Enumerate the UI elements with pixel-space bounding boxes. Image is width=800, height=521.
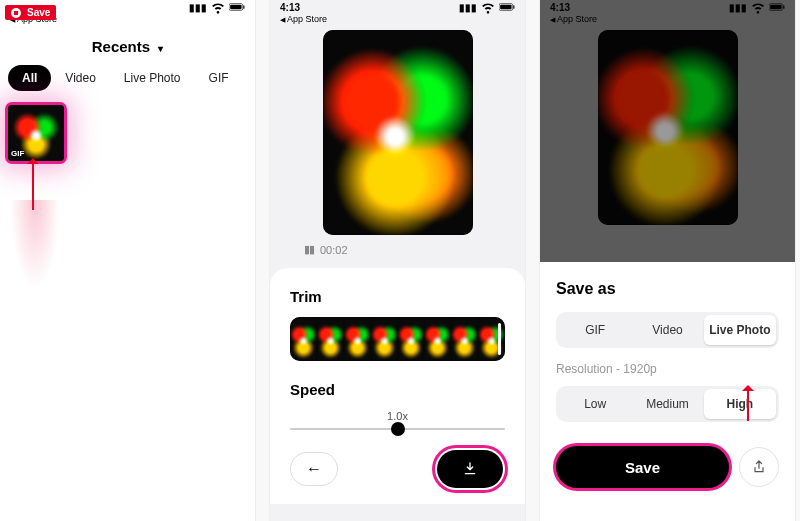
annotation-highlight (435, 448, 505, 490)
status-time: 4:13 (550, 2, 570, 13)
speed-title: Speed (290, 381, 505, 398)
pinterest-save-badge[interactable]: Save (5, 5, 56, 20)
format-live-photo[interactable]: Live Photo (704, 315, 776, 345)
preview-image (323, 30, 473, 235)
svg-rect-7 (770, 4, 781, 9)
screen-editor: 4:13 ▮▮▮ App Store ▮▮ 00:02 Trim (270, 0, 525, 521)
format-gif[interactable]: GIF (559, 315, 631, 345)
signal-icon: ▮▮▮ (729, 2, 747, 13)
app-back-link[interactable]: App Store (540, 14, 795, 24)
trim-slider[interactable] (290, 317, 505, 361)
screen-gallery: Save ▮▮▮ App Store Recents ▾ All Video L… (0, 0, 255, 521)
back-button[interactable]: ← (290, 452, 338, 486)
video-preview-dimmed (598, 30, 738, 225)
share-button[interactable] (739, 447, 779, 487)
quality-high[interactable]: High (704, 389, 776, 419)
tab-video[interactable]: Video (51, 65, 109, 91)
chevron-down-icon: ▾ (158, 43, 163, 54)
playback-time: 00:02 (320, 244, 348, 256)
playback-controls: ▮▮ 00:02 (270, 235, 525, 264)
speed-slider[interactable] (290, 428, 505, 430)
save-row: Save (556, 446, 779, 488)
quality-medium[interactable]: Medium (631, 389, 703, 419)
speed-value: 1.0x (290, 410, 505, 422)
tab-gif[interactable]: GIF (195, 65, 243, 91)
tab-all[interactable]: All (8, 65, 51, 91)
pause-icon[interactable]: ▮▮ (304, 243, 314, 256)
tab-live-photo[interactable]: Live Photo (110, 65, 195, 91)
status-time: 4:13 (280, 2, 300, 13)
battery-icon (229, 0, 245, 17)
download-icon (462, 461, 478, 477)
signal-icon: ▮▮▮ (189, 2, 207, 13)
preview-image (598, 30, 738, 225)
slider-thumb[interactable] (391, 422, 405, 436)
svg-rect-2 (243, 5, 244, 8)
wifi-icon (480, 0, 496, 17)
svg-rect-5 (513, 5, 514, 8)
svg-rect-4 (500, 4, 511, 9)
annotation-arrow (747, 387, 749, 421)
status-right: ▮▮▮ (459, 0, 515, 17)
save-button[interactable]: Save (556, 446, 729, 488)
save-sheet: Save as GIF Video Live Photo Resolution … (540, 262, 795, 521)
resolution-label: Resolution - 1920p (556, 362, 779, 376)
screen-save-sheet: 4:13 ▮▮▮ App Store Save as GIF Video Liv… (540, 0, 795, 521)
video-preview[interactable] (323, 30, 473, 235)
status-right: ▮▮▮ (189, 0, 245, 17)
svg-rect-1 (230, 4, 241, 9)
album-title: Recents (92, 38, 150, 55)
share-icon (751, 459, 767, 475)
annotation-glow (10, 200, 60, 290)
trim-title: Trim (290, 288, 505, 305)
wifi-icon (210, 0, 226, 17)
arrow-left-icon: ← (306, 460, 322, 478)
thumbnail-format-label: GIF (11, 149, 24, 158)
quality-segmented-control: Low Medium High (556, 386, 779, 422)
battery-icon (499, 0, 515, 17)
speed-section: Speed 1.0x (290, 381, 505, 430)
edit-panel: Trim Speed 1.0x ← (270, 268, 525, 504)
status-bar: 4:13 ▮▮▮ (270, 0, 525, 14)
save-badge-label: Save (27, 7, 50, 18)
action-row: ← (290, 448, 505, 490)
album-picker[interactable]: Recents ▾ (0, 24, 255, 61)
status-bar: 4:13 ▮▮▮ (540, 0, 795, 14)
save-button-label: Save (625, 459, 660, 476)
svg-rect-8 (783, 5, 784, 8)
signal-icon: ▮▮▮ (459, 2, 477, 13)
sheet-title: Save as (556, 280, 779, 298)
download-button[interactable] (437, 450, 503, 488)
format-segmented-control: GIF Video Live Photo (556, 312, 779, 348)
dimmed-background: 4:13 ▮▮▮ App Store (540, 0, 795, 262)
media-type-tabs: All Video Live Photo GIF (0, 61, 255, 101)
quality-low[interactable]: Low (559, 389, 631, 419)
format-video[interactable]: Video (631, 315, 703, 345)
